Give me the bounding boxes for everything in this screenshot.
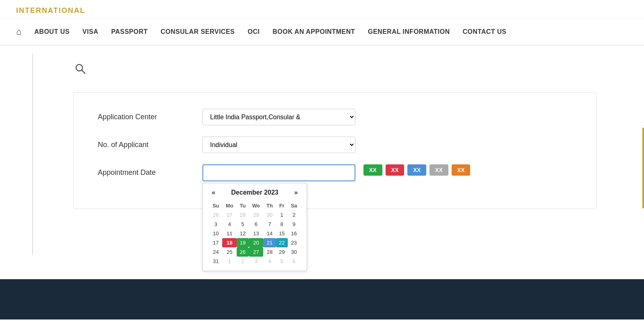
nav-item-visa[interactable]: VISA — [83, 28, 98, 35]
applicant-label: No. of Applicant — [98, 141, 202, 149]
calendar-header: « December 2023 » — [209, 188, 300, 197]
calendar-grid: Su Mo Tu We Th Fr Sa 2627282930 — [209, 201, 300, 266]
search-icon — [75, 63, 86, 75]
calendar-day[interactable]: 27 — [249, 247, 264, 257]
calendar-day[interactable]: 22 — [276, 238, 288, 247]
calendar-day: 2 — [237, 257, 249, 266]
calendar-day: 26 — [209, 210, 222, 220]
appointment-date-row: Appointment Date « December 2023 » — [98, 164, 572, 181]
calendar-week-3: 17181920212223 — [209, 238, 300, 247]
calendar-day[interactable]: 4 — [222, 220, 237, 229]
calendar-day[interactable]: 26 — [237, 247, 249, 257]
calendar-day[interactable]: 12 — [237, 229, 249, 238]
calendar-week-0: 262728293012 — [209, 210, 300, 220]
day-header-sa: Sa — [288, 201, 300, 210]
calendar-day[interactable]: 8 — [276, 220, 288, 229]
calendar-day[interactable]: 18 — [222, 238, 237, 247]
calendar-day: 3 — [249, 257, 264, 266]
day-header-we: We — [249, 201, 264, 210]
calendar-day[interactable]: 2 — [288, 210, 300, 220]
footer — [0, 279, 644, 319]
calendar-day[interactable]: 29 — [276, 247, 288, 257]
appointment-date-label: Appointment Date — [98, 164, 202, 177]
nav-item-contact-us[interactable]: CONTACT US — [463, 28, 507, 35]
calendar-day[interactable]: 6 — [249, 220, 264, 229]
search-button[interactable] — [73, 62, 88, 76]
application-center-row: Application Center Little India Passport… — [98, 109, 572, 125]
search-area — [73, 62, 620, 76]
calendar-week-2: 10111213141516 — [209, 229, 300, 238]
content-wrapper: Application Center Little India Passport… — [0, 46, 644, 263]
calendar-day[interactable]: 19 — [237, 238, 249, 247]
nav-item-passport[interactable]: PASSPORT — [111, 28, 148, 35]
header: INTERNATIONAL — [0, 0, 644, 19]
calendar-day[interactable]: 13 — [249, 229, 264, 238]
calendar-day[interactable]: 28 — [263, 247, 276, 257]
calendar-day[interactable]: 25 — [222, 247, 237, 257]
calendar-day[interactable]: 20 — [249, 238, 264, 247]
brand-name: INTERNATIONAL — [16, 6, 85, 15]
day-header-mo: Mo — [222, 201, 237, 210]
calendar-day[interactable]: 30 — [288, 247, 300, 257]
day-header-fr: Fr — [276, 201, 288, 210]
badge-unavailable: XX — [386, 164, 405, 176]
badge-available: XX — [363, 164, 382, 176]
nav-item-about-us[interactable]: ABOUT US — [34, 28, 70, 35]
calendar-month-year: December 2023 — [231, 189, 278, 196]
calendar-day-headers: Su Mo Tu We Th Fr Sa — [209, 201, 300, 210]
calendar-popup: « December 2023 » Su Mo Tu We — [202, 183, 307, 271]
appointment-date-input[interactable] — [202, 164, 355, 181]
calendar-day[interactable]: 3 — [209, 220, 222, 229]
application-center-select[interactable]: Little India Passport,Consular & — [202, 109, 355, 125]
applicant-select[interactable]: Individual — [202, 137, 355, 153]
main-content: Application Center Little India Passport… — [49, 54, 644, 255]
calendar-day[interactable]: 21 — [263, 238, 276, 247]
calendar-day[interactable]: 17 — [209, 238, 222, 247]
application-center-label: Application Center — [98, 113, 202, 121]
calendar-day[interactable]: 15 — [276, 229, 288, 238]
svg-line-1 — [82, 70, 85, 73]
nav-item-general-information[interactable]: GENERAL INFORMATION — [368, 28, 450, 35]
calendar-day[interactable]: 9 — [288, 220, 300, 229]
badge-selected: XX — [407, 164, 426, 176]
day-header-su: Su — [209, 201, 222, 210]
calendar-day[interactable]: 7 — [263, 220, 276, 229]
calendar-prev-button[interactable]: « — [209, 188, 218, 197]
calendar-day[interactable]: 31 — [209, 257, 222, 266]
date-picker-wrapper: « December 2023 » Su Mo Tu We — [202, 164, 355, 181]
calendar-next-button[interactable]: » — [292, 188, 300, 197]
calendar-day[interactable]: 10 — [209, 229, 222, 238]
calendar-day[interactable]: 11 — [222, 229, 237, 238]
calendar-day: 1 — [222, 257, 237, 266]
form-container: Application Center Little India Passport… — [73, 92, 597, 209]
calendar-day: 30 — [263, 210, 276, 220]
calendar-day[interactable]: 5 — [237, 220, 249, 229]
calendar-day: 6 — [288, 257, 300, 266]
calendar-day: 29 — [249, 210, 264, 220]
badge-holiday: XX — [452, 164, 471, 176]
right-accent-bar — [642, 128, 644, 208]
calendar-day[interactable]: 23 — [288, 238, 300, 247]
day-header-th: Th — [263, 201, 276, 210]
legend-badges: XX XX XX XX XX — [363, 164, 470, 176]
navigation: ⌂ ABOUT US VISA PASSPORT CONSULAR SERVIC… — [0, 19, 644, 46]
badge-closed: XX — [429, 164, 448, 176]
day-header-tu: Tu — [237, 201, 249, 210]
calendar-week-1: 3456789 — [209, 220, 300, 229]
calendar-day[interactable]: 1 — [276, 210, 288, 220]
calendar-day: 28 — [237, 210, 249, 220]
calendar-week-5: 31123456 — [209, 257, 300, 266]
calendar-day[interactable]: 16 — [288, 229, 300, 238]
applicant-row: No. of Applicant Individual — [98, 137, 572, 153]
calendar-week-4: 24252627282930 — [209, 247, 300, 257]
sidebar-divider — [32, 54, 33, 255]
nav-item-oci[interactable]: OCI — [248, 28, 260, 35]
home-icon[interactable]: ⌂ — [16, 27, 21, 37]
calendar-day: 5 — [276, 257, 288, 266]
calendar-day[interactable]: 14 — [263, 229, 276, 238]
calendar-day[interactable]: 24 — [209, 247, 222, 257]
nav-item-consular-services[interactable]: CONSULAR SERVICES — [161, 28, 235, 35]
calendar-day: 27 — [222, 210, 237, 220]
calendar-day: 4 — [263, 257, 276, 266]
nav-item-book-appointment[interactable]: BOOK AN APPOINTMENT — [272, 28, 355, 35]
